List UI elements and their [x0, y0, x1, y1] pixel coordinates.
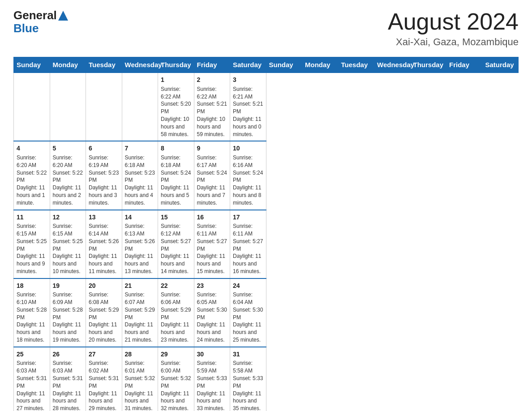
logo-blue: Blue: [13, 21, 39, 35]
day-sun-info: Sunrise: 6:19 AM Sunset: 5:23 PM Dayligh…: [89, 154, 119, 207]
calendar-cell: 12Sunrise: 6:15 AM Sunset: 5:25 PM Dayli…: [50, 210, 86, 278]
calendar-cell: 17Sunrise: 6:11 AM Sunset: 5:27 PM Dayli…: [230, 210, 266, 278]
calendar-cell: 23Sunrise: 6:05 AM Sunset: 5:30 PM Dayli…: [194, 278, 230, 347]
day-number: 27: [89, 350, 119, 359]
calendar-week-row: 18Sunrise: 6:10 AM Sunset: 5:28 PM Dayli…: [14, 278, 519, 347]
column-header-thursday: Thursday: [410, 57, 446, 73]
day-number: 14: [125, 213, 155, 222]
calendar-cell: 21Sunrise: 6:07 AM Sunset: 5:29 PM Dayli…: [122, 278, 158, 347]
column-header-monday: Monday: [302, 57, 339, 73]
page-header: General Blue August 2024 Xai-Xai, Gaza, …: [13, 9, 519, 48]
day-number: 2: [197, 76, 227, 85]
day-sun-info: Sunrise: 6:03 AM Sunset: 5:31 PM Dayligh…: [53, 360, 83, 411]
column-header-wednesday: Wednesday: [374, 57, 411, 73]
day-number: 9: [197, 144, 227, 153]
calendar-cell: 13Sunrise: 6:14 AM Sunset: 5:26 PM Dayli…: [86, 210, 122, 278]
day-sun-info: Sunrise: 6:04 AM Sunset: 5:30 PM Dayligh…: [233, 291, 263, 344]
location-subtitle: Xai-Xai, Gaza, Mozambique: [388, 36, 519, 48]
day-sun-info: Sunrise: 6:05 AM Sunset: 5:30 PM Dayligh…: [197, 291, 227, 344]
day-sun-info: Sunrise: 6:15 AM Sunset: 5:25 PM Dayligh…: [17, 223, 47, 275]
calendar-header-row: SundayMondayTuesdayWednesdayThursdayFrid…: [14, 57, 519, 73]
calendar-cell: 29Sunrise: 6:00 AM Sunset: 5:32 PM Dayli…: [158, 347, 194, 411]
calendar-cell: 3Sunrise: 6:21 AM Sunset: 5:21 PM Daylig…: [230, 73, 266, 141]
day-number: 16: [197, 213, 227, 222]
day-sun-info: Sunrise: 6:18 AM Sunset: 5:24 PM Dayligh…: [161, 154, 191, 207]
day-number: 15: [161, 213, 191, 222]
calendar-cell: 26Sunrise: 6:03 AM Sunset: 5:31 PM Dayli…: [50, 347, 86, 411]
calendar-cell: 16Sunrise: 6:11 AM Sunset: 5:27 PM Dayli…: [194, 210, 230, 278]
day-number: 25: [17, 350, 47, 359]
column-header-friday: Friday: [446, 57, 483, 73]
day-sun-info: Sunrise: 6:02 AM Sunset: 5:31 PM Dayligh…: [89, 360, 119, 411]
day-number: 23: [197, 282, 227, 291]
day-sun-info: Sunrise: 6:20 AM Sunset: 5:22 PM Dayligh…: [53, 154, 83, 207]
calendar-cell: 15Sunrise: 6:12 AM Sunset: 5:27 PM Dayli…: [158, 210, 194, 278]
column-header-sunday: Sunday: [14, 57, 50, 73]
logo: General Blue: [13, 9, 68, 34]
month-year-title: August 2024: [388, 9, 519, 34]
day-sun-info: Sunrise: 6:14 AM Sunset: 5:26 PM Dayligh…: [89, 223, 119, 275]
day-number: 3: [233, 76, 263, 85]
calendar-week-row: 11Sunrise: 6:15 AM Sunset: 5:25 PM Dayli…: [14, 210, 519, 278]
day-number: 8: [161, 144, 191, 153]
calendar-cell: 11Sunrise: 6:15 AM Sunset: 5:25 PM Dayli…: [14, 210, 50, 278]
day-sun-info: Sunrise: 6:22 AM Sunset: 5:20 PM Dayligh…: [161, 86, 191, 138]
column-header-friday: Friday: [194, 57, 230, 73]
calendar-cell: 6Sunrise: 6:19 AM Sunset: 5:23 PM Daylig…: [86, 141, 122, 210]
day-number: 13: [89, 213, 119, 222]
column-header-tuesday: Tuesday: [86, 57, 122, 73]
day-number: 19: [53, 282, 83, 291]
day-number: 7: [125, 144, 155, 153]
day-number: 12: [53, 213, 83, 222]
column-header-saturday: Saturday: [230, 57, 266, 73]
column-header-monday: Monday: [50, 57, 86, 73]
calendar-cell: 20Sunrise: 6:08 AM Sunset: 5:29 PM Dayli…: [86, 278, 122, 347]
calendar-cell: 28Sunrise: 6:01 AM Sunset: 5:32 PM Dayli…: [122, 347, 158, 411]
day-sun-info: Sunrise: 5:59 AM Sunset: 5:33 PM Dayligh…: [197, 360, 227, 411]
day-sun-info: Sunrise: 6:20 AM Sunset: 5:22 PM Dayligh…: [17, 154, 47, 207]
calendar-cell: [122, 73, 158, 141]
day-number: 30: [197, 350, 227, 359]
calendar-cell: 2Sunrise: 6:22 AM Sunset: 5:21 PM Daylig…: [194, 73, 230, 141]
day-number: 31: [233, 350, 263, 359]
calendar-week-row: 25Sunrise: 6:03 AM Sunset: 5:31 PM Dayli…: [14, 347, 519, 411]
calendar-cell: 24Sunrise: 6:04 AM Sunset: 5:30 PM Dayli…: [230, 278, 266, 347]
column-header-sunday: Sunday: [266, 57, 302, 73]
calendar-cell: 18Sunrise: 6:10 AM Sunset: 5:28 PM Dayli…: [14, 278, 50, 347]
day-sun-info: Sunrise: 6:12 AM Sunset: 5:27 PM Dayligh…: [161, 223, 191, 275]
calendar-cell: 25Sunrise: 6:03 AM Sunset: 5:31 PM Dayli…: [14, 347, 50, 411]
calendar-cell: [86, 73, 122, 141]
calendar-cell: 8Sunrise: 6:18 AM Sunset: 5:24 PM Daylig…: [158, 141, 194, 210]
day-sun-info: Sunrise: 6:21 AM Sunset: 5:21 PM Dayligh…: [233, 86, 263, 138]
title-block: August 2024 Xai-Xai, Gaza, Mozambique: [388, 9, 519, 48]
day-sun-info: Sunrise: 6:15 AM Sunset: 5:25 PM Dayligh…: [53, 223, 83, 275]
calendar-cell: 4Sunrise: 6:20 AM Sunset: 5:22 PM Daylig…: [14, 141, 50, 210]
day-number: 18: [17, 282, 47, 291]
day-number: 28: [125, 350, 155, 359]
logo-triangle-icon: [58, 11, 68, 21]
calendar-cell: [50, 73, 86, 141]
day-sun-info: Sunrise: 6:06 AM Sunset: 5:29 PM Dayligh…: [161, 291, 191, 344]
calendar-cell: 22Sunrise: 6:06 AM Sunset: 5:29 PM Dayli…: [158, 278, 194, 347]
day-sun-info: Sunrise: 6:01 AM Sunset: 5:32 PM Dayligh…: [125, 360, 155, 411]
calendar-cell: 31Sunrise: 5:58 AM Sunset: 5:33 PM Dayli…: [230, 347, 266, 411]
column-header-wednesday: Wednesday: [122, 57, 158, 73]
day-number: 21: [125, 282, 155, 291]
column-header-tuesday: Tuesday: [338, 57, 374, 73]
calendar-cell: 1Sunrise: 6:22 AM Sunset: 5:20 PM Daylig…: [158, 73, 194, 141]
day-sun-info: Sunrise: 6:13 AM Sunset: 5:26 PM Dayligh…: [125, 223, 155, 275]
day-sun-info: Sunrise: 6:11 AM Sunset: 5:27 PM Dayligh…: [197, 223, 227, 275]
calendar-cell: 19Sunrise: 6:09 AM Sunset: 5:28 PM Dayli…: [50, 278, 86, 347]
calendar-cell: 27Sunrise: 6:02 AM Sunset: 5:31 PM Dayli…: [86, 347, 122, 411]
day-number: 10: [233, 144, 263, 153]
logo-general: General: [13, 9, 57, 22]
column-header-saturday: Saturday: [482, 57, 519, 73]
calendar-cell: 7Sunrise: 6:18 AM Sunset: 5:23 PM Daylig…: [122, 141, 158, 210]
day-number: 22: [161, 282, 191, 291]
day-number: 29: [161, 350, 191, 359]
calendar-cell: [14, 73, 50, 141]
day-number: 4: [17, 144, 47, 153]
calendar-week-row: 1Sunrise: 6:22 AM Sunset: 5:20 PM Daylig…: [14, 73, 519, 141]
svg-marker-0: [58, 11, 68, 21]
day-sun-info: Sunrise: 6:16 AM Sunset: 5:24 PM Dayligh…: [233, 154, 263, 207]
